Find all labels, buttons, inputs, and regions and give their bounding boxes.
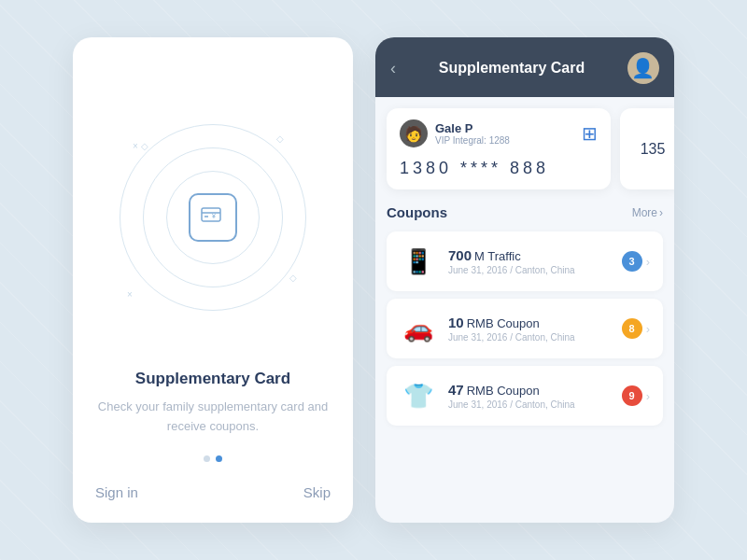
coupon-badge-0: 3 — [622, 251, 642, 272]
cards-strip: 🧑 Gale P VIP Integral: 1288 ⊞ 1380 **** … — [375, 97, 674, 201]
secondary-card[interactable]: 135 — [620, 108, 674, 189]
coupon-unit-0: M Traffic — [474, 249, 521, 263]
coupon-icon-2: 👕 — [400, 377, 437, 414]
main-card[interactable]: 🧑 Gale P VIP Integral: 1288 ⊞ 1380 **** … — [387, 108, 611, 189]
coupon-amount-value-0: 700 — [448, 247, 472, 263]
dot-tl: × ◇ — [133, 141, 148, 151]
left-panel: × ◇ ◇ × ◇ ¥ Supplementary Card Check you… — [73, 37, 353, 523]
pag-dot-2 — [216, 455, 222, 462]
coupon-unit-1: RMB Coupon — [467, 316, 540, 330]
coupon-amount-1: 10RMB Coupon — [448, 315, 622, 330]
left-title: Supplementary Card — [92, 370, 334, 388]
card-user-info: 🧑 Gale P VIP Integral: 1288 — [400, 119, 510, 147]
coupon-date-0: June 31, 2016 / Canton, China — [448, 265, 622, 275]
secondary-card-number: 135 — [641, 141, 666, 158]
card-user-avatar: 🧑 — [400, 119, 428, 147]
card-user-text: Gale P VIP Integral: 1288 — [435, 121, 510, 146]
dot-bl: × — [127, 289, 133, 300]
coupons-section: Coupons More › 📱 700M Traffic June 31, 2… — [375, 201, 674, 523]
main-container: × ◇ ◇ × ◇ ¥ Supplementary Card Check you… — [73, 37, 674, 523]
coupon-date-1: June 31, 2016 / Canton, China — [448, 332, 622, 343]
illustration: × ◇ ◇ × ◇ ¥ — [120, 65, 306, 370]
coupon-arrow-1: › — [646, 322, 650, 336]
coupon-badge-1: 8 — [622, 318, 642, 339]
right-panel: ‹ Supplementary Card 👤 🧑 Gale P VIP In — [375, 37, 674, 523]
circles-decoration: × ◇ ◇ × ◇ ¥ — [120, 124, 306, 311]
coupons-title: Coupons — [387, 204, 447, 220]
coupon-date-2: June 31, 2016 / Canton, China — [448, 399, 622, 410]
card-icon: ¥ — [189, 193, 237, 242]
more-label: More — [632, 206, 657, 219]
coupon-amount-0: 700M Traffic — [448, 247, 622, 263]
right-header: ‹ Supplementary Card 👤 — [375, 37, 674, 97]
coupon-arrow-0: › — [646, 255, 650, 269]
coupon-amount-2: 47RMB Coupon — [448, 382, 622, 398]
header-title: Supplementary Card — [439, 60, 585, 77]
coupon-badge-2: 9 — [622, 385, 642, 406]
coupon-badge-arrow-2: 9 › — [622, 385, 650, 406]
skip-button[interactable]: Skip — [303, 484, 331, 500]
coupon-item-2[interactable]: 👕 47RMB Coupon June 31, 2016 / Canton, C… — [387, 366, 663, 426]
dot-tr: ◇ — [276, 133, 284, 144]
sign-in-button[interactable]: Sign in — [95, 484, 138, 500]
card-number: 1380 **** 888 — [400, 159, 598, 178]
pag-dot-1 — [204, 455, 210, 462]
pagination — [92, 455, 334, 462]
qr-icon[interactable]: ⊞ — [582, 122, 598, 145]
coupon-amount-value-1: 10 — [448, 315, 464, 330]
coupon-item-0[interactable]: 📱 700M Traffic June 31, 2016 / Canton, C… — [387, 231, 663, 291]
coupon-unit-2: RMB Coupon — [467, 384, 540, 398]
back-button[interactable]: ‹ — [390, 59, 396, 78]
coupon-item-1[interactable]: 🚗 10RMB Coupon June 31, 2016 / Canton, C… — [387, 299, 663, 358]
svg-rect-0 — [202, 208, 220, 221]
header-avatar[interactable]: 👤 — [627, 52, 659, 84]
left-footer: Sign in Skip — [92, 484, 334, 500]
coupon-badge-arrow-1: 8 › — [622, 318, 650, 339]
card-avatar-icon: 🧑 — [404, 125, 423, 143]
coupon-amount-value-2: 47 — [448, 382, 464, 398]
coupon-icon-0: 📱 — [400, 243, 437, 280]
left-desc: Check your family supplementary card and… — [92, 398, 334, 437]
svg-text:¥: ¥ — [212, 213, 216, 219]
coupons-header: Coupons More › — [387, 201, 663, 224]
coupon-badge-arrow-0: 3 › — [622, 251, 650, 272]
coupon-icon-1: 🚗 — [400, 310, 437, 347]
dot-br: ◇ — [289, 273, 297, 283]
coupon-info-0: 700M Traffic June 31, 2016 / Canton, Chi… — [448, 247, 622, 275]
more-chevron-icon: › — [659, 206, 663, 219]
card-user-row: 🧑 Gale P VIP Integral: 1288 ⊞ — [400, 119, 598, 147]
coupon-info-1: 10RMB Coupon June 31, 2016 / Canton, Chi… — [448, 315, 622, 343]
card-user-name: Gale P — [435, 121, 510, 135]
left-bottom: Supplementary Card Check your family sup… — [92, 370, 334, 500]
coupon-arrow-2: › — [646, 389, 650, 403]
card-user-vip: VIP Integral: 1288 — [435, 135, 510, 146]
coupon-info-2: 47RMB Coupon June 31, 2016 / Canton, Chi… — [448, 382, 622, 410]
more-link[interactable]: More › — [632, 206, 663, 219]
avatar-icon: 👤 — [631, 57, 655, 79]
